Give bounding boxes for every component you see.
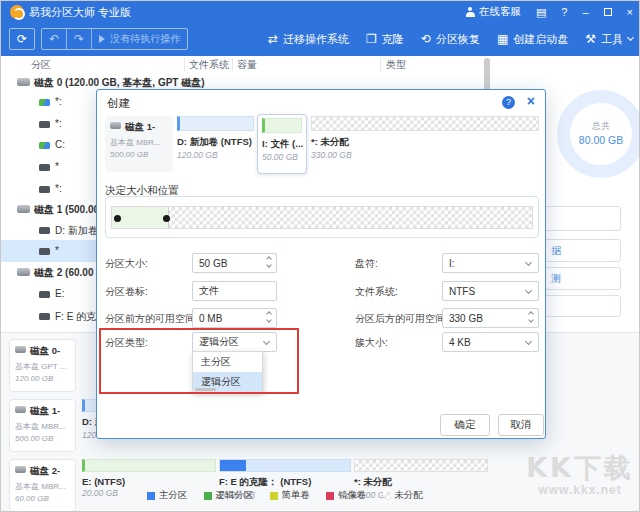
recovery-icon: ⟲ (421, 33, 431, 45)
total-value: 80.00 GB (570, 134, 632, 146)
volume-label-label: 分区卷标: (105, 285, 148, 299)
drive-letter-select[interactable]: I: (442, 253, 539, 273)
column-type[interactable]: 类型 (386, 58, 406, 72)
partition-size: 50.00 GB (262, 152, 302, 162)
partition-icon (39, 186, 50, 193)
partition-label: *: 未分配 (311, 136, 539, 149)
clone-button[interactable]: ❐ 克隆 (366, 32, 404, 47)
slider-track[interactable] (111, 206, 533, 229)
volume-label-input[interactable]: 文件 (192, 281, 277, 301)
migrate-os-button[interactable]: ⇄ 迁移操作系统 (268, 32, 349, 47)
menu-icon[interactable]: ▤ (536, 1, 546, 23)
partition-type-label: 分区类型: (105, 336, 148, 350)
disk-name: 磁盘 0- (30, 345, 60, 356)
disk-meta: 基本盘 MBR... (15, 481, 71, 492)
dropdown-scrollbar[interactable] (195, 388, 216, 391)
disk-size: 500.00 GB (110, 150, 170, 159)
close-button[interactable]: × (627, 1, 633, 23)
dialog-disk-card: 磁盘 1- 基本盘 MBR... 500.00 GB (105, 116, 173, 172)
partition-label: D: 新加卷 (NTFS) (177, 136, 254, 149)
title-bar: 易我分区大师 专业版 在线客服 ▤ ? – × (1, 1, 640, 23)
stepper-arrows-icon[interactable] (529, 312, 533, 322)
filesystem-select[interactable]: NTFS (442, 281, 539, 301)
person-icon (466, 7, 475, 17)
tree-row-label: * (55, 245, 59, 256)
wrench-icon: ⚒ (585, 33, 596, 45)
partition-size: 120.00 GB (177, 150, 254, 160)
size-slider (105, 196, 539, 238)
disk-icon (110, 122, 121, 129)
clone-label: 克隆 (382, 32, 404, 47)
disk-icon (15, 466, 26, 473)
minimize-button[interactable]: – (582, 1, 588, 23)
space-before-label: 分区前方的可用空间: (105, 312, 198, 326)
maximize-button[interactable] (604, 8, 612, 16)
column-capacity[interactable]: 容量 (237, 58, 257, 72)
window-title: 易我分区大师 专业版 (29, 1, 131, 23)
create-dialog: 创建 ? × 磁盘 1- 基本盘 MBR... 500.00 GB D: 新加卷… (96, 89, 546, 439)
partition-size: 330.00 GB (311, 150, 539, 160)
dialog-close-icon[interactable]: × (527, 93, 535, 109)
partition-icon (39, 313, 50, 320)
dialog-help-icon[interactable]: ? (502, 96, 515, 109)
cluster-size-select[interactable]: 4 KB (442, 332, 539, 352)
legend-simple: 简单卷 (270, 489, 311, 502)
legend-primary: 主分区 (147, 489, 188, 502)
capacity-donut: 总共 80.00 GB (557, 90, 640, 178)
strip-partition-unallocated[interactable]: *: 未分配 330.00 GB (311, 116, 539, 160)
legend-unallocated: 未分配 (383, 489, 424, 502)
partition-label: E: (NTFS) (82, 476, 216, 487)
disk-icon (17, 78, 30, 86)
refresh-button[interactable]: ⟳ (9, 28, 35, 50)
tools-button[interactable]: ⚒ 工具 (585, 32, 633, 47)
disk-card-1[interactable]: 磁盘 1- 基本盘 MBR... 500.00 GB (9, 399, 76, 452)
partition-icon (39, 291, 50, 298)
tree-row-label: D: 新加卷 (55, 224, 98, 238)
cancel-button[interactable]: 取消 (498, 414, 544, 436)
tree-row-label: *: (55, 183, 62, 194)
column-divider (184, 58, 185, 71)
strip-partition-i-selected[interactable]: I: 文件 (... 50.00 GB (257, 114, 307, 174)
disk-card-2[interactable]: 磁盘 2- 基本盘 MBR... 60.00 GB (9, 459, 76, 512)
partition-bar (82, 459, 216, 472)
partition-icon (39, 248, 50, 255)
partition-recovery-button[interactable]: ⟲ 分区恢复 (421, 32, 480, 47)
partition-bar (177, 116, 254, 131)
column-divider (232, 58, 233, 71)
ok-button[interactable]: 确定 (440, 414, 490, 436)
stepper-arrows-icon[interactable] (267, 312, 271, 322)
filesystem-label: 文件系统: (355, 285, 398, 299)
disk-card-0[interactable]: 磁盘 0- 基本盘 GPT ... 120.00 GB (9, 339, 76, 392)
stepper-arrows-icon[interactable] (267, 257, 271, 267)
boot-disk-icon: ▦ (497, 33, 508, 45)
cluster-size-label: 簇大小: (355, 336, 388, 350)
partition-size-stepper[interactable]: 50 GB (192, 253, 277, 273)
tree-row-label: 磁盘 0 (120.00 GB, 基本盘, GPT 磁盘) (34, 76, 205, 90)
partition-size-label: 分区大小: (105, 257, 148, 271)
undo-button[interactable]: ↶ (42, 29, 67, 49)
migrate-icon: ⇄ (268, 33, 278, 45)
disk-icon (17, 205, 30, 213)
space-before-stepper[interactable]: 0 MB (192, 308, 277, 328)
strip-partition-d[interactable]: D: 新加卷 (NTFS) 120.00 GB (177, 116, 254, 160)
help-icon[interactable]: ? (561, 1, 567, 23)
create-boot-disk-button[interactable]: ▦ 创建启动盘 (497, 32, 568, 47)
pending-operations-button[interactable]: 没有待执行操作 (92, 29, 187, 49)
toolbar: ⟳ ↶ ↷ 没有待执行操作 ⇄ 迁移操作系统 ❐ 克隆 ⟲ 分区恢复 ▦ (1, 23, 640, 56)
column-filesystem[interactable]: 文件系统 (189, 58, 229, 72)
partition-type-select[interactable]: 逻辑分区 (192, 332, 277, 352)
partition-bar (262, 118, 302, 133)
column-partition[interactable]: 分区 (31, 58, 51, 72)
app-window: 易我分区大师 专业版 在线客服 ▤ ? – × ⟳ ↶ ↷ 没有待执行操作 ⇄ (0, 0, 640, 512)
disk-icon (15, 406, 26, 413)
app-logo-icon (10, 5, 24, 19)
pending-operations-label: 没有待执行操作 (110, 32, 180, 46)
redo-button[interactable]: ↷ (67, 29, 92, 49)
partition-bar (219, 459, 351, 472)
dropdown-option-primary[interactable]: 主分区 (193, 352, 262, 372)
slider-handle-left[interactable] (114, 215, 121, 222)
slider-handle-right[interactable] (163, 215, 170, 222)
create-boot-disk-label: 创建启动盘 (513, 32, 568, 47)
space-after-stepper[interactable]: 330 GB (442, 308, 539, 328)
online-service-button[interactable]: 在线客服 (466, 5, 521, 19)
